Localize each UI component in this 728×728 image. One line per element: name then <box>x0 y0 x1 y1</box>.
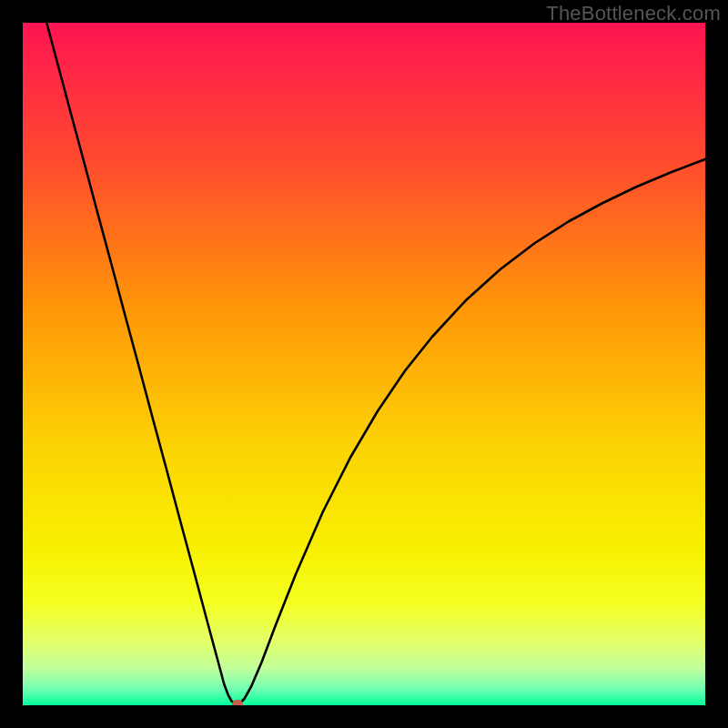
chart-frame: TheBottleneck.com <box>0 0 728 728</box>
minimum-marker <box>232 700 243 705</box>
watermark-text: TheBottleneck.com <box>546 2 721 25</box>
bottleneck-curve <box>23 23 705 705</box>
plot-area <box>23 23 705 705</box>
